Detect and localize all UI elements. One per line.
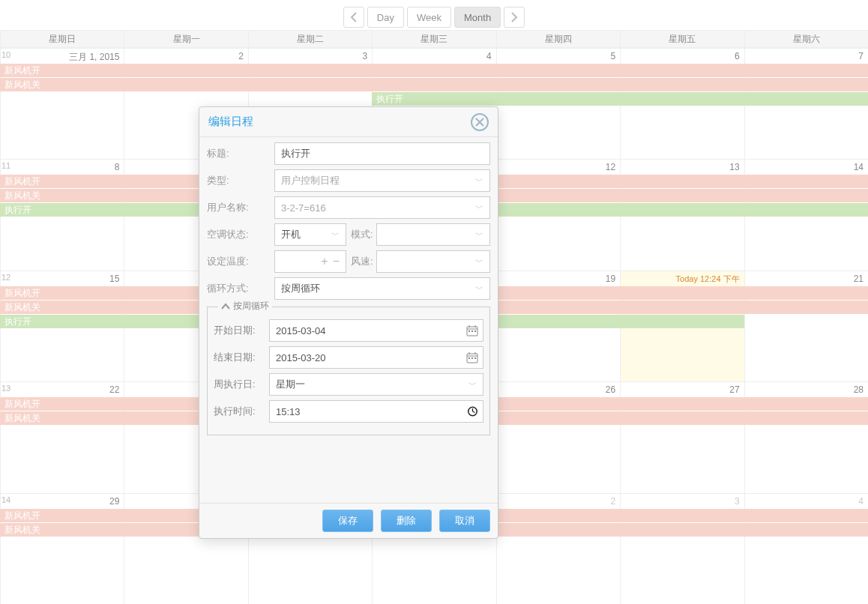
fieldset-legend[interactable]: 按周循环	[218, 300, 272, 312]
end-date-label: 结束日期:	[214, 351, 269, 364]
day-number: 27	[729, 384, 739, 395]
user-select[interactable]: 3-2-7=616﹀	[274, 196, 490, 219]
chevron-down-icon: ﹀	[475, 256, 483, 268]
weekly-cycle-fieldset: 按周循环 开始日期: 2015-03-04 结束日期: 2015-03-20	[207, 306, 490, 435]
chevron-down-icon: ﹀	[475, 229, 483, 241]
day-cell[interactable]: 12	[496, 160, 620, 270]
end-date-input[interactable]: 2015-03-20	[269, 346, 483, 369]
svg-rect-13	[474, 357, 476, 359]
day-cell[interactable]: 21	[744, 271, 868, 381]
title-label: 标题:	[207, 147, 274, 160]
day-cell[interactable]: 8	[0, 160, 124, 270]
view-toolbar: Day Week Month	[0, 0, 868, 30]
day-header: 星期二	[248, 30, 372, 48]
minus-icon[interactable]: −	[333, 256, 340, 268]
day-number: 29	[109, 496, 119, 507]
day-number: 3	[363, 51, 368, 61]
view-day-button[interactable]: Day	[367, 7, 404, 28]
day-number: 4	[486, 51, 492, 61]
day-cell[interactable]: 6	[620, 49, 744, 159]
user-label: 用户名称:	[207, 201, 274, 214]
day-cell[interactable]: 28	[744, 382, 868, 492]
chevron-down-icon: ﹀	[475, 283, 483, 295]
day-cell[interactable]: Today 12:24 下午	[620, 271, 744, 381]
svg-rect-6	[474, 330, 476, 332]
close-button[interactable]	[471, 113, 489, 131]
day-cell[interactable]: 5	[496, 49, 620, 159]
calendar-icon	[466, 324, 478, 336]
cancel-button[interactable]: 取消	[439, 510, 490, 532]
mode-label: 模式:	[351, 228, 373, 241]
svg-rect-11	[468, 357, 470, 359]
day-number: 13	[729, 162, 739, 172]
svg-rect-5	[471, 330, 473, 332]
day-header: 星期日	[0, 30, 124, 48]
fan-label: 风速:	[351, 255, 373, 268]
day-number: 8	[115, 162, 120, 172]
day-number: 5	[610, 51, 615, 61]
day-number: 28	[854, 384, 864, 395]
view-week-button[interactable]: Week	[407, 7, 451, 28]
next-button[interactable]	[504, 7, 525, 28]
start-date-label: 开始日期:	[214, 324, 269, 337]
delete-button[interactable]: 删除	[381, 510, 432, 532]
day-cell[interactable]: 22	[0, 382, 124, 492]
day-cell[interactable]: 2	[496, 494, 620, 604]
day-number: 14	[854, 162, 864, 172]
temp-label: 设定温度:	[207, 255, 274, 268]
calendar-icon	[466, 351, 478, 363]
dialog-header: 编辑日程	[199, 107, 498, 137]
cycle-label: 循环方式:	[207, 282, 274, 295]
fan-select[interactable]: ﹀	[376, 250, 490, 273]
start-date-input[interactable]: 2015-03-04	[269, 319, 483, 342]
calendar-day-headers: 星期日星期一星期二星期三星期四星期五星期六	[0, 30, 868, 48]
day-number: 21	[854, 274, 864, 284]
day-cell[interactable]: 三月 1, 2015	[0, 49, 124, 159]
ac-state-select[interactable]: 开机﹀	[274, 223, 346, 246]
dialog-title: 编辑日程	[208, 115, 253, 129]
chevron-right-icon	[510, 12, 518, 22]
prev-button[interactable]	[343, 7, 364, 28]
chevron-down-icon: ﹀	[475, 175, 483, 187]
day-header: 星期五	[620, 30, 744, 48]
day-cell[interactable]: 14	[744, 160, 868, 270]
view-month-button[interactable]: Month	[454, 7, 501, 28]
title-input[interactable]: 执行开	[274, 142, 490, 165]
clock-icon	[467, 406, 478, 417]
day-cell[interactable]: 27	[620, 382, 744, 492]
weekday-label: 周执行日:	[214, 378, 269, 391]
day-number: 3	[735, 496, 740, 507]
day-cell[interactable]: 13	[620, 160, 744, 270]
dialog-body: 标题: 执行开 类型: 用户控制日程﹀ 用户名称: 3-2-7=616﹀ 空调状…	[199, 137, 498, 443]
day-number: Today 12:24 下午	[676, 274, 740, 285]
day-cell[interactable]: 19	[496, 271, 620, 381]
svg-rect-12	[471, 357, 473, 359]
exec-time-input[interactable]: 15:13	[269, 400, 483, 423]
day-number: 22	[109, 384, 119, 395]
ac-state-label: 空调状态:	[207, 228, 274, 241]
chevron-left-icon	[350, 12, 358, 22]
mode-select[interactable]: ﹀	[376, 223, 490, 246]
day-cell[interactable]: 15	[0, 271, 124, 381]
day-cell[interactable]: 3	[620, 494, 744, 604]
day-number: 三月 1, 2015	[69, 51, 119, 64]
chevron-down-icon: ﹀	[331, 229, 340, 241]
svg-rect-4	[468, 330, 470, 332]
day-number: 19	[606, 274, 615, 284]
weekday-select[interactable]: 星期一﹀	[269, 373, 483, 396]
plus-icon[interactable]: +	[321, 256, 328, 268]
day-header: 星期一	[124, 30, 247, 48]
temp-stepper[interactable]: + −	[274, 250, 346, 273]
day-header: 星期三	[372, 30, 495, 48]
save-button[interactable]: 保存	[322, 510, 373, 532]
day-number: 7	[858, 51, 864, 61]
cycle-select[interactable]: 按周循环﹀	[274, 277, 490, 300]
day-number: 15	[109, 274, 119, 284]
type-select[interactable]: 用户控制日程﹀	[274, 169, 490, 192]
day-cell[interactable]: 7	[744, 49, 868, 159]
day-cell[interactable]: 29	[0, 494, 124, 604]
day-number: 12	[606, 162, 615, 172]
day-cell[interactable]: 4	[744, 494, 868, 604]
day-cell[interactable]: 26	[496, 382, 620, 492]
close-icon	[475, 118, 484, 127]
